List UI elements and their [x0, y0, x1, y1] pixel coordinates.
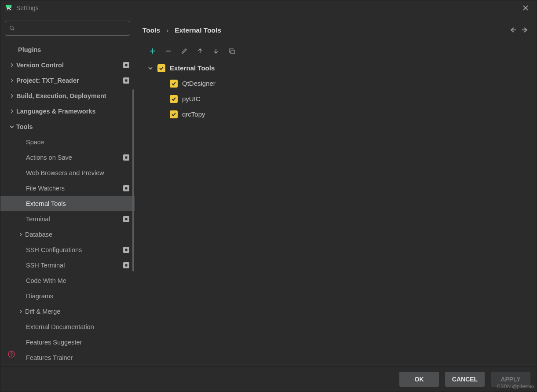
sidebar-item[interactable]: Version Control	[0, 57, 135, 73]
sidebar-item-label: SSH Terminal	[26, 262, 65, 269]
settings-sidebar: PluginsVersion ControlProject: TXT_Reade…	[0, 15, 135, 366]
sidebar-item[interactable]: Actions on Save	[0, 150, 135, 165]
sidebar-item[interactable]: Tools	[0, 119, 135, 134]
tool-checkbox[interactable]	[170, 110, 178, 118]
tools-toolbar	[142, 45, 529, 60]
project-badge-icon	[123, 154, 129, 161]
pycharm-icon: PC	[5, 4, 13, 12]
sidebar-item-label: Project: TXT_Reader	[16, 77, 79, 84]
chevron-right-icon	[8, 78, 15, 83]
sidebar-item[interactable]: Build, Execution, Deployment	[0, 88, 135, 103]
sidebar-item[interactable]: Diff & Merge	[0, 304, 135, 319]
sidebar-item[interactable]: Diagrams	[0, 288, 135, 304]
tool-item[interactable]: pyUIC	[148, 91, 529, 106]
breadcrumb-leaf: External Tools	[175, 26, 221, 34]
svg-rect-11	[125, 187, 128, 189]
sidebar-item[interactable]: Web Browsers and Preview	[0, 165, 135, 180]
check-icon	[171, 81, 176, 86]
project-badge-icon	[123, 247, 129, 253]
project-badge-icon	[123, 216, 129, 222]
sidebar-item[interactable]: Space	[0, 134, 135, 150]
help-button[interactable]: ?	[6, 348, 17, 360]
sidebar-item-label: SSH Configurations	[26, 246, 82, 253]
settings-tree[interactable]: PluginsVersion ControlProject: TXT_Reade…	[0, 37, 135, 366]
remove-tool-button[interactable]	[164, 47, 172, 55]
svg-rect-9	[125, 156, 128, 158]
sidebar-item[interactable]: SSH Terminal	[0, 257, 135, 273]
sidebar-item[interactable]: SSH Configurations	[0, 242, 135, 257]
close-button[interactable]	[519, 1, 532, 15]
back-button[interactable]	[509, 27, 516, 34]
forward-button[interactable]	[522, 27, 529, 34]
sidebar-item[interactable]: Features Trainer	[0, 350, 135, 365]
chevron-right-icon	[8, 63, 15, 67]
chevron-down-icon	[8, 125, 15, 129]
edit-tool-button[interactable]	[180, 47, 188, 55]
svg-rect-7	[125, 79, 128, 81]
nav-arrows	[509, 27, 529, 34]
settings-dialog: PC Settings PluginsVer	[0, 0, 537, 392]
move-down-button[interactable]	[212, 47, 220, 55]
sidebar-item[interactable]: Project: TXT_Reader	[0, 73, 135, 88]
search-box[interactable]	[5, 21, 130, 36]
sidebar-item-label: Languages & Frameworks	[16, 108, 96, 115]
sidebar-item[interactable]: Languages & Frameworks	[0, 103, 135, 119]
tool-checkbox[interactable]	[170, 80, 178, 88]
add-tool-button[interactable]	[149, 47, 157, 55]
arrow-left-icon	[509, 27, 516, 33]
sidebar-item-label: Actions on Save	[26, 154, 72, 161]
external-tools-tree[interactable]: External Tools QtDesignerpyUICqrcTopy	[142, 60, 529, 122]
sidebar-item[interactable]: External Documentation	[0, 319, 135, 334]
tool-label: qrcTopy	[182, 110, 205, 118]
search-input[interactable]	[19, 25, 126, 32]
move-up-button[interactable]	[196, 47, 204, 55]
sidebar-item[interactable]: Features Suggester	[0, 334, 135, 350]
arrow-up-icon	[197, 48, 203, 54]
chevron-right-icon	[8, 109, 15, 114]
plus-icon	[150, 48, 156, 54]
sidebar-item-label: Code With Me	[26, 277, 66, 284]
ok-button[interactable]: OK	[399, 372, 439, 387]
header-row: Tools › External Tools	[142, 15, 529, 45]
titlebar: PC Settings	[0, 0, 537, 15]
close-icon	[522, 5, 529, 11]
sidebar-item-label: Database	[25, 231, 52, 238]
minus-icon	[165, 48, 172, 54]
breadcrumb-root[interactable]: Tools	[142, 26, 160, 34]
tool-label: pyUIC	[182, 95, 201, 103]
svg-rect-17	[125, 264, 128, 266]
sidebar-item-label: Plugins	[18, 46, 41, 53]
sidebar-item-label: Build, Execution, Deployment	[16, 92, 106, 99]
group-label: External Tools	[170, 64, 215, 72]
svg-rect-5	[125, 64, 128, 66]
sidebar-item[interactable]: Plugins	[0, 42, 135, 57]
scrollbar-thumb[interactable]	[132, 89, 134, 271]
check-icon	[171, 96, 176, 102]
sidebar-item[interactable]: Code With Me	[0, 273, 135, 288]
cancel-button[interactable]: CANCEL	[445, 372, 485, 387]
tool-item[interactable]: qrcTopy	[148, 106, 529, 122]
pencil-icon	[181, 48, 187, 54]
sidebar-item-label: Diagrams	[26, 293, 53, 300]
sidebar-item[interactable]: File Watchers	[0, 180, 135, 196]
project-badge-icon	[123, 262, 129, 268]
sidebar-item[interactable]: Terminal	[0, 211, 135, 227]
dialog-footer: OK CANCEL APPLY	[0, 366, 537, 392]
tool-item[interactable]: QtDesigner	[148, 76, 529, 91]
dialog-body: PluginsVersion ControlProject: TXT_Reade…	[0, 15, 537, 366]
window-title: Settings	[16, 4, 39, 11]
copy-tool-button[interactable]	[228, 47, 236, 55]
tools-group-node[interactable]: External Tools	[148, 60, 529, 76]
svg-point-3	[10, 26, 14, 29]
chevron-right-icon	[17, 232, 24, 237]
check-icon	[171, 112, 176, 117]
apply-button[interactable]: APPLY	[491, 372, 530, 387]
arrow-down-icon	[213, 48, 219, 54]
tool-checkbox[interactable]	[170, 95, 178, 103]
breadcrumb: Tools › External Tools	[142, 26, 221, 34]
sidebar-item[interactable]: Database	[0, 227, 135, 242]
svg-rect-13	[125, 218, 128, 220]
group-checkbox[interactable]	[157, 64, 165, 72]
sidebar-item-label: Space	[26, 139, 44, 146]
sidebar-item[interactable]: External Tools	[0, 196, 135, 211]
